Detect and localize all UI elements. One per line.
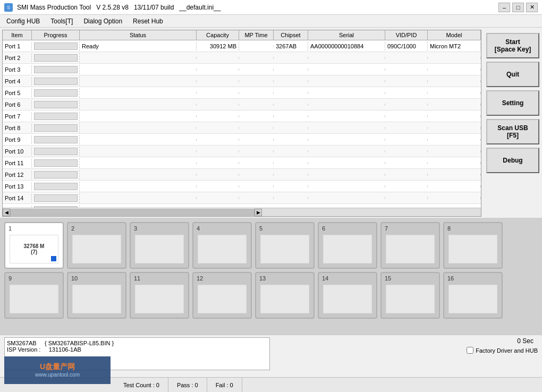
menu-reset-hub[interactable]: Reset Hub	[129, 16, 167, 26]
table-row[interactable]: Port 9	[3, 134, 481, 146]
port-number: 10	[71, 275, 78, 282]
table-cell	[428, 174, 481, 176]
factory-driver-checkbox[interactable]	[467, 347, 473, 354]
port-number: 7	[385, 225, 388, 232]
scroll-left-button[interactable]: ◀	[3, 209, 10, 216]
table-cell	[80, 115, 197, 117]
table-cell	[197, 127, 239, 129]
menu-bar: Config HUB Tools[T] Dialog Option Reset …	[0, 15, 542, 28]
menu-tools[interactable]: Tools[T]	[46, 16, 77, 26]
port-grid-area: 132768 M(7)2345678 910111213141516	[0, 218, 542, 335]
port-display	[260, 235, 309, 263]
port-cell-15[interactable]: 15	[380, 272, 440, 319]
table-row[interactable]: Port 2	[3, 52, 481, 64]
progress-bar	[34, 54, 78, 62]
minimize-button[interactable]: –	[498, 3, 510, 12]
table-cell	[197, 104, 239, 106]
port-cell-6[interactable]: 6	[318, 222, 377, 269]
debug-button[interactable]: Debug	[486, 148, 539, 173]
table-cell	[308, 92, 385, 94]
table-cell	[308, 127, 385, 129]
table-cell	[197, 57, 239, 59]
maximize-button[interactable]: □	[512, 3, 524, 12]
port-cell-13[interactable]: 13	[255, 272, 315, 319]
port-number: 8	[447, 225, 451, 232]
table-row[interactable]: Port 13	[3, 181, 481, 192]
start-button[interactable]: Start [Space Key]	[486, 33, 539, 58]
factory-driver-checkbox-area[interactable]: Factory Driver and HUB	[467, 347, 538, 354]
table-cell	[274, 162, 308, 164]
table-cell	[80, 139, 197, 141]
app-title: SMI Mass Production Tool V 2.5.28 v8 13/…	[17, 4, 221, 11]
col-header-progress: Progress	[32, 30, 80, 40]
table-cell	[32, 123, 80, 133]
table-row[interactable]: Port 4	[3, 75, 481, 87]
close-button[interactable]: ✕	[526, 3, 538, 12]
table-row[interactable]: Port 8	[3, 122, 481, 134]
port-cell-4[interactable]: 4	[192, 222, 252, 269]
table-cell	[385, 80, 428, 82]
table-cell	[197, 80, 239, 82]
progress-bar	[34, 66, 78, 73]
port-cell-7[interactable]: 7	[380, 222, 440, 269]
table-row[interactable]: Port 7	[3, 110, 481, 122]
table-cell: Port 6	[3, 100, 32, 109]
port-number: 9	[9, 275, 12, 282]
port-cell-11[interactable]: 11	[130, 272, 189, 319]
watermark-site: www.upantool.com	[35, 372, 80, 378]
table-cell	[385, 115, 428, 117]
table-row[interactable]: Port 6	[3, 99, 481, 110]
table-cell	[308, 174, 385, 176]
table-cell: Port 14	[3, 194, 32, 202]
port-cell-3[interactable]: 3	[130, 222, 189, 269]
table-row[interactable]: Port 11	[3, 157, 481, 169]
port-cell-10[interactable]: 10	[67, 272, 126, 319]
menu-dialog-option[interactable]: Dialog Option	[79, 16, 126, 26]
port-cell-16[interactable]: 16	[443, 272, 503, 319]
table-cell: Micron MT2	[428, 42, 481, 50]
table-row[interactable]: Port 1Ready30912 MB3267ABAA0000000001088…	[3, 40, 481, 52]
scan-usb-button[interactable]: Scan USB [F5]	[486, 119, 539, 144]
table-row[interactable]: Port 3	[3, 64, 481, 75]
port-cell-8[interactable]: 8	[443, 222, 503, 269]
table-cell	[428, 69, 481, 71]
col-header-chipset: Chipset	[274, 30, 308, 40]
scroll-right-button[interactable]: ▶	[255, 209, 262, 216]
table-cell	[428, 104, 481, 106]
scrollbar-thumb[interactable]	[10, 209, 255, 216]
setting-button[interactable]: Setting	[486, 90, 539, 116]
col-header-capacity: Capacity	[197, 30, 239, 40]
port-display	[260, 285, 309, 313]
table-cell: Port 5	[3, 89, 32, 97]
table-row[interactable]: Port 14	[3, 192, 481, 204]
table-row[interactable]: Port 12	[3, 169, 481, 181]
port-cell-1[interactable]: 132768 M(7)	[4, 222, 64, 269]
table-cell	[197, 162, 239, 164]
content-area: Item Progress Status Capacity MP Time Ch…	[0, 28, 542, 377]
table-row[interactable]: Port 15	[3, 204, 481, 208]
table-cell	[428, 57, 481, 59]
fail-count-status: Fail : 0	[207, 378, 242, 392]
table-cell	[274, 57, 308, 59]
table-cell: Port 7	[3, 112, 32, 121]
quit-button[interactable]: Quit	[486, 62, 539, 87]
menu-config-hub[interactable]: Config HUB	[2, 16, 44, 26]
watermark-brand: U盘量产网	[40, 362, 75, 372]
table-row[interactable]: Port 10	[3, 146, 481, 157]
table-row[interactable]: Port 5	[3, 87, 481, 99]
port-cell-9[interactable]: 9	[4, 272, 64, 319]
table-cell	[385, 104, 428, 106]
table-cell	[239, 115, 274, 117]
port-cell-5[interactable]: 5	[255, 222, 315, 269]
table-cell: Port 13	[3, 182, 32, 191]
table-cell	[308, 150, 385, 152]
port-cell-14[interactable]: 14	[318, 272, 377, 319]
table-cell	[385, 162, 428, 164]
table-cell: 3267AB	[274, 42, 308, 50]
horizontal-scrollbar[interactable]: ◀ ▶	[3, 208, 481, 216]
table-cell	[308, 115, 385, 117]
port-cell-12[interactable]: 12	[192, 272, 252, 319]
table-cell	[239, 139, 274, 141]
table-cell	[32, 41, 80, 51]
port-cell-2[interactable]: 2	[67, 222, 126, 269]
